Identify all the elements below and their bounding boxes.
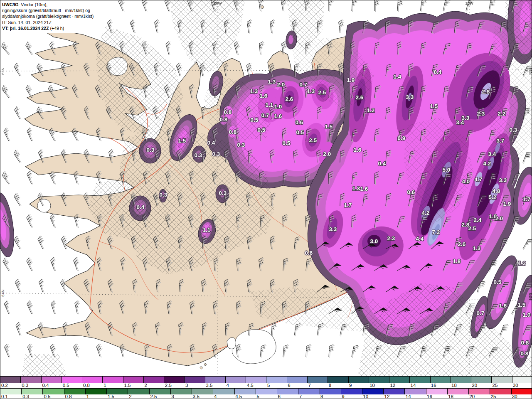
map-area: 1.31.32.00.71.32.51.62.61.11.00.80.80.71… bbox=[0, 0, 532, 376]
precip-value-label: 0.8 bbox=[229, 129, 237, 135]
scale-tick-label: 1.5 bbox=[107, 394, 114, 399]
scale-cell bbox=[184, 377, 204, 383]
precip-value-label: 0.3 bbox=[237, 142, 245, 148]
scale-cell bbox=[192, 389, 213, 394]
scale-cell bbox=[447, 389, 468, 394]
precip-value-label: 4.2 bbox=[422, 210, 430, 216]
scale-tick-label: 30 bbox=[512, 383, 518, 388]
precip-value-label: 0.3 bbox=[147, 147, 155, 153]
scale-cell bbox=[102, 377, 123, 383]
precip-value-label: 1.6 bbox=[260, 93, 268, 99]
scale-tick-label: 10 bbox=[369, 383, 375, 388]
title-line-1: UWC/IG: Vindur (10m), bbox=[2, 2, 103, 7]
scale-tick-label: 20 bbox=[471, 383, 477, 388]
scale-cell bbox=[389, 377, 409, 383]
precip-value-label: 1.6 bbox=[499, 303, 507, 309]
scale-tick-label: 16 bbox=[430, 383, 436, 388]
scale-tick-label: 3.5 bbox=[205, 383, 212, 388]
scale-cell bbox=[266, 377, 286, 383]
precip-value-label: 0.5 bbox=[296, 129, 304, 135]
scale-cell bbox=[205, 377, 225, 383]
scale-cell bbox=[511, 389, 532, 394]
scale-cell bbox=[20, 377, 41, 383]
scale-tick-label: 4.5 bbox=[246, 383, 254, 388]
scale-cell bbox=[82, 377, 102, 383]
precip-value-label: 0.7 bbox=[477, 310, 485, 316]
precip-value-label: 2.0 bbox=[495, 215, 503, 222]
precip-value-label: 4.2 bbox=[483, 160, 491, 167]
precip-value-label: 0.3 bbox=[510, 127, 517, 133]
title-line-2: rigning/skúrir (grænt/blátt/rautt - mm/1… bbox=[2, 7, 103, 13]
precip-value-label: 4.7 bbox=[475, 176, 483, 182]
precip-value-label: 1.6 bbox=[360, 186, 368, 192]
precip-value-label: 3.3 bbox=[406, 94, 414, 100]
precip-value-label: 0.5 bbox=[258, 127, 266, 133]
scale-tick-label: 30 bbox=[511, 394, 517, 399]
scale-tick-label: 0.8 bbox=[82, 383, 90, 388]
scale-cell bbox=[491, 377, 512, 383]
precip-value-label: 2.3 bbox=[477, 111, 485, 117]
weather-map-page: 1.31.32.00.71.32.51.62.61.11.00.80.80.71… bbox=[0, 0, 532, 399]
scale-tick-label: 0.4 bbox=[41, 383, 49, 388]
scale-tick-label: 6 bbox=[277, 394, 281, 399]
precip-value-label: 2.6 bbox=[458, 241, 466, 247]
scale-tick-label: 8 bbox=[320, 394, 323, 399]
scale-tick-label: 2 bbox=[128, 394, 131, 399]
scale-cell bbox=[328, 377, 348, 383]
precip-value-label: 1.7 bbox=[344, 202, 352, 208]
latitude-label: 64N bbox=[0, 289, 5, 297]
scale-cell bbox=[149, 389, 170, 394]
scale-tick-label: 3 bbox=[185, 383, 188, 388]
scale-cell bbox=[85, 389, 106, 394]
scale-cell bbox=[512, 377, 532, 383]
precip-value-label: 1.9 bbox=[347, 77, 355, 83]
scale-cell bbox=[348, 377, 369, 383]
scale-cell bbox=[41, 377, 62, 383]
scale-cell bbox=[0, 389, 21, 394]
scale-cell bbox=[225, 377, 246, 383]
latitude-label: 66N bbox=[528, 67, 532, 75]
precip-value-label: 0.6 bbox=[407, 189, 415, 195]
title-line-3: slydda/snjókoma (grátt/bleikt/grænt - mm… bbox=[2, 13, 103, 19]
precip-value-label: 1.6 bbox=[274, 113, 282, 119]
scale-tick-label: 5 bbox=[256, 394, 259, 399]
precip-value-label: 1.5 bbox=[178, 138, 186, 144]
precip-value-label: 1.5 bbox=[325, 123, 333, 130]
scale-tick-label: 0.5 bbox=[43, 394, 50, 399]
scale-tick-label: 2.5 bbox=[164, 383, 172, 388]
color-scales: 0.20.30.40.50.811.522.533.544.5567891012… bbox=[0, 376, 532, 399]
precip-value-label: 0.4 bbox=[137, 204, 145, 210]
scale-cell bbox=[468, 389, 490, 394]
precip-value-label: 1.0 bbox=[274, 103, 282, 110]
precip-value-label: 1.7 bbox=[523, 196, 531, 202]
precip-value-label: 4.8 bbox=[493, 188, 500, 194]
scale-tick-label: 10 bbox=[362, 394, 368, 399]
precip-value-label: 7.2 bbox=[432, 229, 440, 235]
scale-cell bbox=[383, 389, 404, 394]
precip-value-label: 2.0 bbox=[277, 81, 285, 88]
scale-tick-label: 2.5 bbox=[149, 394, 157, 399]
precip-value-label: 0.6 bbox=[305, 250, 313, 256]
scale-cell bbox=[430, 377, 451, 383]
precip-value-label: 0.3 bbox=[219, 190, 227, 196]
latitude-label: 66N bbox=[0, 67, 5, 75]
precip-value-label: 0.3 bbox=[212, 151, 220, 157]
scale-tick-label: 25 bbox=[492, 383, 498, 388]
scale-cell bbox=[143, 377, 164, 383]
precip-value-label: 0.3 bbox=[160, 192, 167, 198]
scale-cell bbox=[256, 389, 277, 394]
precip-value-label: 3.7 bbox=[497, 138, 505, 144]
scale-tick-label: 7 bbox=[307, 383, 310, 388]
scale-tick-label: 9 bbox=[341, 394, 344, 399]
scale-tick-label: 1 bbox=[103, 383, 106, 388]
precip-value-label: 0.9 bbox=[398, 135, 406, 141]
rain-scale-labels: 0.10.30.50.811.522.533.544.5567891012141… bbox=[0, 394, 532, 399]
scale-tick-label: 7 bbox=[298, 394, 302, 399]
precip-value-label: 2.0 bbox=[323, 151, 331, 157]
precip-value-label: 3.4 bbox=[488, 151, 496, 157]
title-box: UWC/IG: Vindur (10m), rigning/skúrir (gr… bbox=[0, 0, 105, 33]
precip-value-label: 0.5 bbox=[251, 117, 259, 123]
scale-tick-label: 4.5 bbox=[234, 394, 242, 399]
scale-tick-label: 8 bbox=[328, 383, 331, 388]
scale-cell bbox=[213, 389, 234, 394]
